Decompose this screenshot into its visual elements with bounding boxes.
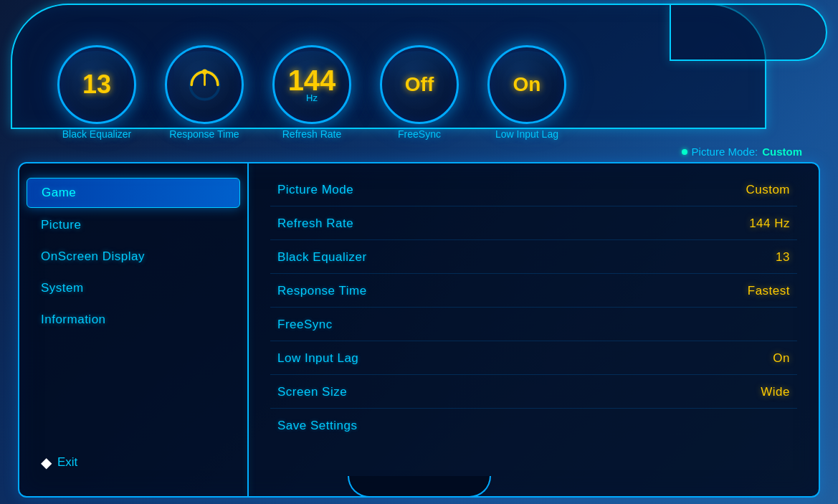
main-panel: Picture Mode Custom Refresh Rate 144 Hz … bbox=[249, 163, 819, 496]
menu-row-screen-size[interactable]: Screen Size Wide bbox=[270, 376, 797, 409]
refresh-rate-circle: 144 Hz bbox=[272, 45, 351, 124]
top-bar: 13 Black Equalizer Response Time bbox=[7, 7, 831, 140]
menu-value-low-input-lag: On bbox=[773, 351, 790, 366]
picture-mode-dot bbox=[682, 149, 687, 155]
menu-row-refresh-rate[interactable]: Refresh Rate 144 Hz bbox=[270, 208, 797, 240]
indicator-response-time[interactable]: Response Time bbox=[165, 45, 244, 140]
picture-mode-bar: Picture Mode: Custom bbox=[7, 140, 831, 162]
response-time-arc-icon bbox=[185, 65, 224, 105]
menu-value-black-equalizer: 13 bbox=[776, 250, 790, 265]
indicator-freesync[interactable]: Off FreeSync bbox=[380, 45, 459, 140]
low-input-lag-circle: On bbox=[487, 45, 566, 124]
menu-row-freesync[interactable]: FreeSync bbox=[270, 309, 797, 341]
menu-label-screen-size: Screen Size bbox=[277, 385, 347, 399]
freesync-label: FreeSync bbox=[398, 128, 441, 140]
menu-label-picture-mode: Picture Mode bbox=[277, 183, 353, 197]
content-area: Game Picture OnScreen Display System Inf… bbox=[18, 162, 820, 498]
sidebar: Game Picture OnScreen Display System Inf… bbox=[19, 163, 249, 496]
sidebar-item-game[interactable]: Game bbox=[27, 178, 240, 208]
menu-row-picture-mode[interactable]: Picture Mode Custom bbox=[270, 174, 797, 206]
picture-mode-label: Picture Mode: bbox=[692, 146, 758, 158]
sidebar-item-information[interactable]: Information bbox=[27, 305, 240, 334]
black-equalizer-value: 13 bbox=[82, 72, 111, 98]
sidebar-item-system[interactable]: System bbox=[27, 274, 240, 303]
exit-label: Exit bbox=[57, 455, 77, 470]
bottom-curve bbox=[348, 476, 491, 498]
response-time-label: Response Time bbox=[169, 128, 239, 140]
menu-label-black-equalizer: Black Equalizer bbox=[277, 250, 367, 265]
freesync-value: Off bbox=[405, 75, 434, 95]
menu-label-freesync: FreeSync bbox=[277, 318, 333, 332]
menu-row-save-settings[interactable]: Save Settings bbox=[270, 410, 797, 442]
exit-icon: ◆ bbox=[41, 454, 52, 471]
indicators-row: 13 Black Equalizer Response Time bbox=[29, 34, 816, 140]
indicator-refresh-rate[interactable]: 144 Hz Refresh Rate bbox=[272, 45, 351, 140]
sidebar-item-onscreen-display[interactable]: OnScreen Display bbox=[27, 242, 240, 271]
menu-row-response-time[interactable]: Response Time Fastest bbox=[270, 275, 797, 308]
response-time-circle bbox=[165, 45, 244, 124]
menu-value-response-time: Fastest bbox=[748, 284, 790, 298]
low-input-lag-value: On bbox=[513, 75, 541, 95]
black-equalizer-circle: 13 bbox=[57, 45, 136, 124]
black-equalizer-label: Black Equalizer bbox=[62, 128, 132, 140]
svg-point-1 bbox=[201, 69, 206, 74]
menu-row-black-equalizer[interactable]: Black Equalizer 13 bbox=[270, 242, 797, 274]
menu-label-low-input-lag: Low Input Lag bbox=[277, 351, 358, 366]
exit-button[interactable]: ◆ Exit bbox=[27, 443, 240, 482]
menu-value-picture-mode: Custom bbox=[746, 183, 790, 197]
picture-mode-indicator: Picture Mode: Custom bbox=[682, 146, 802, 158]
menu-row-low-input-lag[interactable]: Low Input Lag On bbox=[270, 343, 797, 375]
main-container: 13 Black Equalizer Response Time bbox=[0, 0, 838, 504]
refresh-rate-label: Refresh Rate bbox=[282, 128, 341, 140]
menu-label-refresh-rate: Refresh Rate bbox=[277, 217, 353, 231]
menu-label-response-time: Response Time bbox=[277, 284, 367, 298]
indicator-black-equalizer[interactable]: 13 Black Equalizer bbox=[57, 45, 136, 140]
refresh-rate-unit: Hz bbox=[306, 92, 318, 103]
refresh-rate-value: 144 bbox=[288, 66, 336, 95]
menu-value-refresh-rate: 144 Hz bbox=[749, 217, 790, 231]
menu-label-save-settings: Save Settings bbox=[277, 419, 357, 433]
picture-mode-value: Custom bbox=[762, 146, 802, 158]
freesync-circle: Off bbox=[380, 45, 459, 124]
low-input-lag-label: Low Input Lag bbox=[495, 128, 558, 140]
sidebar-item-picture[interactable]: Picture bbox=[27, 211, 240, 239]
menu-value-screen-size: Wide bbox=[761, 385, 790, 399]
indicator-low-input-lag[interactable]: On Low Input Lag bbox=[487, 45, 566, 140]
